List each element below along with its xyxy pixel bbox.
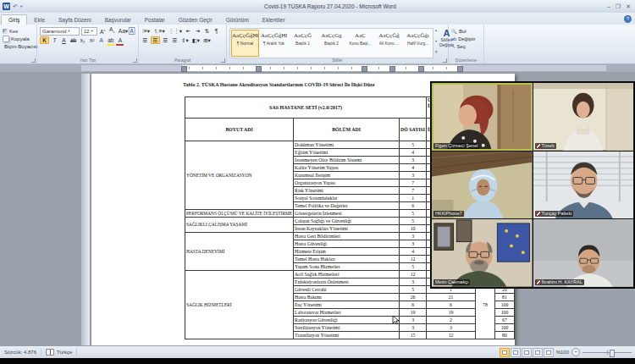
outline-view-button[interactable] bbox=[533, 348, 543, 357]
video-tile-figen[interactable]: Figen Çizmeci Şenel bbox=[432, 83, 533, 151]
style-name: Başlık 1 bbox=[290, 41, 316, 46]
quick-access-toolbar: W ↶ ▾ bbox=[0, 3, 53, 10]
multilevel-list-icon[interactable]: ⋮⋮▾ bbox=[168, 27, 183, 35]
style-konu-başl-[interactable]: AaÇKonu Başl... bbox=[346, 30, 374, 57]
strikethrough-icon[interactable]: ab bbox=[69, 36, 77, 44]
pilcrow-icon[interactable]: ¶ bbox=[213, 27, 220, 35]
superscript-icon[interactable]: x² bbox=[88, 36, 96, 44]
video-tile-tuseb[interactable]: Tüseb bbox=[533, 83, 634, 151]
numbering-icon[interactable]: ⒈≡▾ bbox=[152, 27, 166, 35]
help-icon[interactable]: ? bbox=[624, 15, 632, 23]
video-tile-tuncay[interactable]: Tunçay Palteki bbox=[533, 152, 634, 219]
style-hafif-vurg-[interactable]: AaÇçĞğıHafif Vurg... bbox=[404, 30, 432, 57]
font-dialog-launcher-icon[interactable] bbox=[133, 58, 137, 63]
tab-postalar[interactable]: Postalar bbox=[138, 15, 172, 25]
text-effects-icon[interactable]: A bbox=[97, 36, 105, 44]
horizontal-ruler[interactable] bbox=[0, 64, 635, 72]
shading-icon[interactable]: ◧▾ bbox=[191, 36, 201, 44]
tab-eklentiler[interactable]: Eklentiler bbox=[256, 15, 292, 25]
style-alt-konu-[interactable]: AaÇçĞğAlt Konu ... bbox=[375, 30, 403, 57]
column-header: BÖLÜM ADI bbox=[294, 119, 400, 141]
borders-icon[interactable]: ⊞▾ bbox=[202, 36, 212, 44]
tab-sayfa-düzeni[interactable]: Sayfa Düzeni bbox=[52, 15, 98, 25]
bold-button[interactable]: K bbox=[40, 36, 49, 44]
bullets-icon[interactable]: ⁝≡▾ bbox=[141, 27, 151, 35]
tab-başvurular[interactable]: Başvurular bbox=[98, 15, 138, 25]
style-başlık-2[interactable]: AaÇçGgBaşlık 2 bbox=[318, 30, 345, 57]
web-layout-view-button[interactable] bbox=[522, 348, 532, 357]
align-center-icon[interactable]: ☰ bbox=[151, 36, 160, 44]
clipboard-dialog-launcher-icon[interactable] bbox=[31, 58, 36, 63]
justify-icon[interactable]: ☰ bbox=[171, 36, 179, 44]
tab-görünüm[interactable]: Görünüm bbox=[219, 15, 256, 25]
clipboard-item[interactable]: Kes bbox=[3, 27, 34, 35]
style--aralık-yok[interactable]: AaÇçĞğHh¶ Aralık Yok bbox=[260, 30, 288, 57]
proofing-book-icon bbox=[46, 349, 54, 356]
replace-button[interactable]: abDeğiştir bbox=[451, 35, 481, 42]
grow-font-icon[interactable]: A˄ bbox=[99, 26, 107, 36]
style-başlık-1[interactable]: AaÇçĞBaşlık 1 bbox=[289, 30, 317, 57]
font-size-select[interactable]: 12 ▾ bbox=[81, 27, 97, 36]
styles-gallery-scroll[interactable]: ▴ ▾ ⊽ bbox=[435, 26, 438, 56]
clipboard-item-label: Biçim Boyacısı bbox=[4, 44, 37, 49]
tab-ekle[interactable]: Ekle bbox=[27, 15, 52, 25]
draft-view-button[interactable] bbox=[544, 348, 554, 357]
tab-gözden-geçir[interactable]: Gözden Geçir bbox=[172, 15, 219, 25]
do-count-cell: 6 bbox=[400, 202, 427, 210]
ruler-column-marker[interactable] bbox=[457, 66, 463, 72]
increase-indent-icon[interactable]: ⇥ bbox=[194, 27, 202, 35]
subscript-icon[interactable]: x₂ bbox=[79, 36, 86, 44]
video-call-overlay[interactable]: Figen Çizmeci Şenel Tüseb bbox=[430, 81, 635, 289]
shrink-font-icon[interactable]: A˅ bbox=[108, 25, 116, 36]
style--normal[interactable]: AaÇçĞğHh¶ Normal bbox=[231, 30, 259, 57]
ruler-column-marker[interactable] bbox=[362, 66, 367, 72]
find-button[interactable]: 🔍Bul bbox=[451, 27, 481, 35]
qat-dropdown-icon[interactable]: ▾ bbox=[20, 4, 22, 8]
italic-button[interactable]: T bbox=[51, 36, 58, 44]
gallery-expand-icon[interactable]: ⊽ bbox=[435, 50, 438, 54]
tab-giriş[interactable]: Giriş bbox=[1, 14, 27, 25]
scroll-down-icon[interactable]: ▾ bbox=[435, 39, 438, 43]
ruler-column-marker[interactable] bbox=[418, 66, 424, 72]
align-right-icon[interactable]: ☰ bbox=[162, 36, 169, 44]
style-sample: AaÇ bbox=[347, 30, 373, 41]
minimize-button[interactable]: – bbox=[607, 3, 610, 10]
ruler-column-marker[interactable] bbox=[256, 66, 262, 72]
ruler-column-marker[interactable] bbox=[389, 66, 395, 72]
change-case-icon[interactable]: Aa▾ bbox=[118, 27, 126, 35]
decrease-indent-icon[interactable]: ⇤ bbox=[185, 27, 192, 35]
clipboard-item[interactable]: Biçim Boyacısı bbox=[3, 42, 34, 50]
video-tile-ibrahim[interactable]: İbrahim H. KAYRAL bbox=[533, 219, 634, 287]
zoom-slider-thumb[interactable] bbox=[610, 350, 615, 357]
underline-button[interactable]: A bbox=[60, 36, 68, 44]
font-color-icon[interactable]: A bbox=[116, 36, 124, 44]
language-indicator[interactable]: Türkçe bbox=[41, 348, 77, 356]
zoom-out-button[interactable]: − bbox=[572, 348, 580, 356]
select-button[interactable]: ↖Seç bbox=[451, 42, 481, 50]
video-tile-hkkiphone7[interactable]: HKKiPhone7 bbox=[432, 152, 533, 219]
style-name: Konu Başl... bbox=[347, 41, 373, 46]
chevron-down-icon: ▾ bbox=[68, 29, 69, 33]
undo-icon[interactable]: ↶ bbox=[13, 3, 18, 10]
font-name-select[interactable]: Garamond ▾ bbox=[40, 27, 80, 36]
print-layout-view-button[interactable] bbox=[500, 348, 510, 357]
word-count[interactable]: Sözcük: 4.876 bbox=[0, 348, 41, 356]
word-logo-icon[interactable]: W bbox=[3, 3, 10, 10]
clipboard-item[interactable]: Kopyala bbox=[3, 35, 34, 42]
maximize-button[interactable]: ❐ bbox=[616, 3, 621, 10]
zoom-level[interactable]: %100 bbox=[556, 350, 569, 355]
video-tile-metin[interactable]: Metin Çakmakçı bbox=[432, 219, 533, 287]
highlight-color-icon[interactable]: ab bbox=[107, 36, 114, 44]
align-left-icon[interactable]: ☰ bbox=[141, 36, 149, 44]
sort-icon[interactable]: ⇅ bbox=[203, 27, 211, 35]
close-button[interactable]: ✕ bbox=[626, 3, 631, 10]
scroll-up-icon[interactable]: ▴ bbox=[435, 28, 438, 32]
fullscreen-reading-view-button[interactable] bbox=[511, 348, 521, 357]
clear-formatting-icon[interactable]: 🄰 bbox=[128, 27, 135, 35]
vertical-ruler[interactable] bbox=[81, 74, 90, 345]
ruler-column-marker[interactable] bbox=[181, 66, 187, 72]
styles-dialog-launcher-icon[interactable] bbox=[443, 58, 447, 63]
zoom-slider[interactable] bbox=[583, 352, 632, 353]
line-spacing-icon[interactable]: ⇕▾ bbox=[180, 36, 190, 44]
paragraph-dialog-launcher-icon[interactable] bbox=[221, 58, 225, 63]
